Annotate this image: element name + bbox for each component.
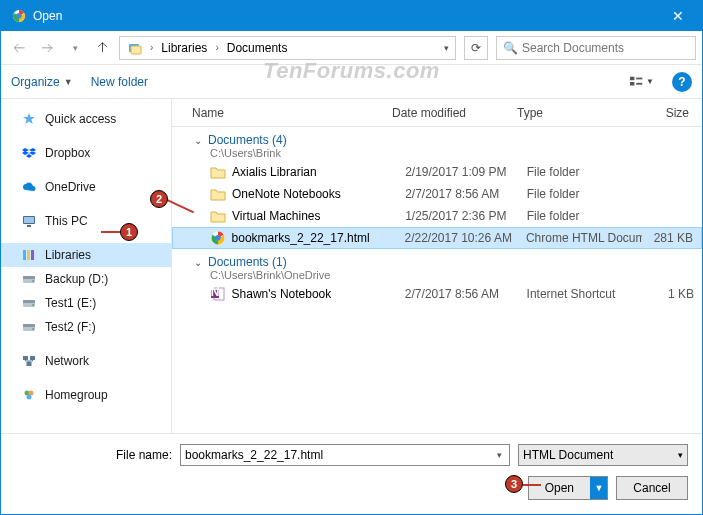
svg-text:N: N [211, 287, 219, 299]
dialog-footer: File name: ▾ HTML Document ▾ Open ▼ Canc… [1, 433, 702, 514]
svg-rect-24 [23, 356, 28, 360]
up-button[interactable]: 🡡 [91, 36, 115, 60]
folder-icon [210, 164, 226, 180]
open-split-dropdown[interactable]: ▼ [591, 477, 607, 499]
nav-item-test2-f-[interactable]: Test2 (F:) [1, 315, 171, 339]
breadcrumb[interactable]: › Libraries › Documents ▾ [119, 36, 456, 60]
libraries-icon [21, 247, 37, 263]
col-date[interactable]: Date modified [392, 106, 517, 120]
svg-rect-3 [131, 46, 141, 54]
group-path: C:\Users\Brink\OneDrive [194, 269, 702, 281]
chrome-icon [210, 230, 226, 246]
nav-item-onedrive[interactable]: OneDrive [1, 175, 171, 199]
homegroup-icon [21, 387, 37, 403]
nav-item-backup-d-[interactable]: Backup (D:) [1, 267, 171, 291]
drive-icon [21, 319, 37, 335]
svg-rect-22 [23, 324, 35, 327]
group-header[interactable]: ⌄Documents (4) [194, 133, 702, 147]
svg-rect-14 [31, 250, 34, 260]
nav-item-test1-e-[interactable]: Test1 (E:) [1, 291, 171, 315]
svg-rect-26 [27, 362, 32, 366]
new-folder-button[interactable]: New folder [91, 75, 148, 89]
titlebar: Open ✕ [1, 1, 702, 31]
view-mode-button[interactable]: ▼ [630, 70, 654, 94]
svg-rect-4 [630, 76, 634, 80]
col-size[interactable]: Size [637, 106, 697, 120]
nav-item-quick-access[interactable]: Quick access [1, 107, 171, 131]
filename-dropdown[interactable]: ▾ [492, 450, 506, 460]
file-row[interactable]: NShawn's Notebook2/7/2017 8:56 AMInterne… [172, 283, 702, 305]
close-button[interactable]: ✕ [658, 8, 698, 24]
nav-item-homegroup[interactable]: Homegroup [1, 383, 171, 407]
svg-rect-7 [636, 82, 642, 84]
group-header[interactable]: ⌄Documents (1) [194, 255, 702, 269]
cloud-icon [21, 179, 37, 195]
filetype-filter[interactable]: HTML Document ▾ [518, 444, 688, 466]
nav-item-dropbox[interactable]: Dropbox [1, 141, 171, 165]
filename-label: File name: [116, 448, 172, 462]
svg-rect-11 [27, 225, 31, 227]
file-row[interactable]: Axialis Librarian2/19/2017 1:09 PMFile f… [172, 161, 702, 183]
forward-button: 🡢 [35, 36, 59, 60]
refresh-button[interactable]: ⟳ [464, 36, 488, 60]
nav-item-this-pc[interactable]: This PC [1, 209, 171, 233]
file-row[interactable]: Virtual Machines1/25/2017 2:36 PMFile fo… [172, 205, 702, 227]
breadcrumb-libraries[interactable]: Libraries [155, 37, 213, 59]
dialog-body: Quick accessDropboxOneDriveThis PCLibrar… [1, 99, 702, 433]
recent-dropdown[interactable]: ▾ [63, 36, 87, 60]
svg-point-23 [32, 328, 34, 330]
annotation-badge-2: 2 [150, 190, 168, 208]
chevron-right-icon[interactable]: › [148, 42, 155, 53]
drive-icon [21, 271, 37, 287]
svg-rect-12 [23, 250, 26, 260]
breadcrumb-dropdown[interactable]: ▾ [439, 43, 453, 53]
address-bar: 🡠 🡢 ▾ 🡡 › Libraries › Documents ▾ ⟳ 🔍 Se… [1, 31, 702, 65]
file-list: Name Date modified Type Size ⌄Documents … [171, 99, 702, 433]
annotation-badge-3: 3 [505, 475, 523, 493]
search-icon: 🔍 [503, 41, 518, 55]
annotation-badge-1: 1 [120, 223, 138, 241]
window-title: Open [33, 9, 658, 23]
open-dialog: Open ✕ 🡠 🡢 ▾ 🡡 › Libraries › Documents ▾… [0, 0, 703, 515]
back-button[interactable]: 🡠 [7, 36, 31, 60]
svg-rect-13 [27, 250, 30, 260]
toolbar: Organize▼ New folder ▼ ? [1, 65, 702, 99]
column-headers: Name Date modified Type Size [172, 99, 702, 127]
organize-menu[interactable]: Organize▼ [11, 75, 73, 89]
svg-rect-19 [23, 300, 35, 303]
network-icon [21, 353, 37, 369]
svg-rect-16 [23, 276, 35, 279]
folder-icon [210, 208, 226, 224]
app-icon [11, 8, 27, 24]
file-row[interactable]: OneNote Notebooks2/7/2017 8:56 AMFile fo… [172, 183, 702, 205]
svg-rect-5 [630, 82, 634, 86]
navigation-pane: Quick accessDropboxOneDriveThis PCLibrar… [1, 99, 171, 433]
folder-icon [210, 186, 226, 202]
svg-rect-6 [636, 77, 642, 79]
svg-point-29 [27, 395, 32, 400]
star-icon [21, 111, 37, 127]
svg-point-17 [32, 280, 34, 282]
filename-input[interactable] [180, 444, 510, 466]
breadcrumb-documents[interactable]: Documents [221, 37, 294, 59]
pc-icon [21, 213, 37, 229]
svg-rect-25 [30, 356, 35, 360]
help-button[interactable]: ? [672, 72, 692, 92]
cancel-button[interactable]: Cancel [616, 476, 688, 500]
open-button[interactable]: Open ▼ [528, 476, 608, 500]
drive-icon [21, 295, 37, 311]
chevron-right-icon[interactable]: › [213, 42, 220, 53]
svg-point-20 [32, 304, 34, 306]
group-path: C:\Users\Brink [194, 147, 702, 159]
col-type[interactable]: Type [517, 106, 637, 120]
onenote-icon: N [210, 286, 226, 302]
col-name[interactable]: Name [192, 106, 392, 120]
dropbox-icon [21, 145, 37, 161]
file-row[interactable]: bookmarks_2_22_17.html2/22/2017 10:26 AM… [172, 227, 702, 249]
breadcrumb-root-icon[interactable] [122, 37, 148, 59]
nav-item-network[interactable]: Network [1, 349, 171, 373]
search-input[interactable]: 🔍 Search Documents [496, 36, 696, 60]
svg-marker-8 [23, 113, 35, 124]
svg-rect-10 [24, 217, 34, 223]
nav-item-libraries[interactable]: Libraries [1, 243, 171, 267]
